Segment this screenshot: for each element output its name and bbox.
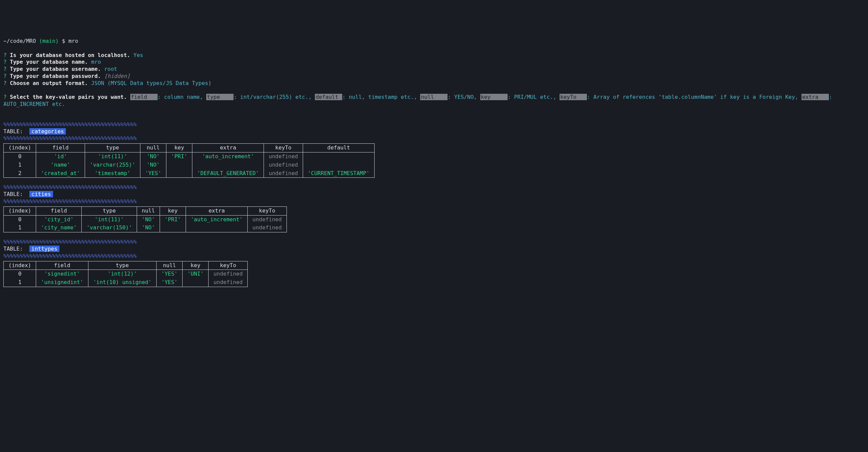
table-header-cell: default	[303, 144, 374, 152]
cli-prompts: ? Is your database hosted on localhost. …	[3, 52, 865, 87]
table-decor-line: %%%%%%%%%%%%%%%%%%%%%%%%%%%%%%%%%%%%%%%%…	[3, 135, 865, 142]
table-cell: undefined	[209, 278, 248, 287]
table-cell	[303, 152, 374, 161]
table-section: %%%%%%%%%%%%%%%%%%%%%%%%%%%%%%%%%%%%%%%%…	[3, 238, 865, 287]
table-cell: undefined	[209, 270, 248, 278]
prompt-line: ? Type your database name. mro	[3, 59, 865, 66]
prompt-marker: ?	[3, 94, 7, 100]
table-cell: undefined	[264, 169, 303, 178]
table-cell: 'UNI'	[183, 270, 209, 278]
prompt-answer: [hidden]	[104, 73, 130, 79]
table-cell: 'created_at'	[36, 169, 85, 178]
table-header-cell: field	[36, 206, 82, 215]
table-cell: 0	[4, 270, 36, 278]
table-cell: 'city_id'	[36, 215, 82, 224]
terminal-output: ~/code/MRO (main) $ mro ? Is your databa…	[3, 31, 865, 295]
kv-pair-key: null	[420, 94, 447, 100]
table-decor-line: %%%%%%%%%%%%%%%%%%%%%%%%%%%%%%%%%%%%%%%%…	[3, 238, 865, 246]
table-cell: 'NO'	[137, 215, 160, 224]
prompt-line: ? Choose an output format. JSON (MYSQL D…	[3, 80, 865, 87]
prompt-answer: Yes	[133, 52, 143, 58]
table-cell: 'int(11)'	[82, 215, 137, 224]
table-cell: 'PRI'	[160, 215, 186, 224]
table-cell: 'city_name'	[36, 224, 82, 232]
table-label: TABLE:	[3, 128, 29, 135]
table-decor-line: %%%%%%%%%%%%%%%%%%%%%%%%%%%%%%%%%%%%%%%%…	[3, 198, 865, 205]
tables-output: %%%%%%%%%%%%%%%%%%%%%%%%%%%%%%%%%%%%%%%%…	[3, 121, 865, 287]
kv-pair-key: keyTo	[560, 94, 587, 100]
table-header-cell: field	[36, 261, 88, 270]
table-cell: 'varchar(150)'	[82, 224, 137, 232]
table-header-cell: (index)	[4, 261, 36, 270]
table-header-cell: key	[183, 261, 209, 270]
table-cell: 'int(10) unsigned'	[88, 278, 156, 287]
table-name: categories	[29, 128, 66, 135]
prompt-line: ? Type your database password. [hidden]	[3, 73, 865, 80]
prompt-marker: ?	[3, 52, 7, 58]
table-cell	[166, 169, 192, 178]
table-header-cell: key	[166, 144, 192, 152]
table-cell: 'NO'	[137, 224, 160, 232]
table-section: %%%%%%%%%%%%%%%%%%%%%%%%%%%%%%%%%%%%%%%%…	[3, 184, 865, 232]
command: mro	[69, 38, 78, 44]
table-header-cell: type	[82, 206, 137, 215]
kv-pair-key: type	[206, 94, 234, 100]
table-header-row: (index)fieldtypenullkeyextrakeyTo	[4, 206, 287, 215]
table-cell: 'signedint'	[36, 270, 88, 278]
table-header-cell: (index)	[4, 206, 36, 215]
table-name: cities	[29, 191, 53, 197]
table-header-cell: field	[36, 144, 85, 152]
table-cell: 'PRI'	[166, 152, 192, 161]
prompt-label: Type your database password.	[10, 73, 101, 79]
table-cell: 1	[4, 161, 36, 169]
table-cell: 1	[4, 224, 36, 232]
table-decor-line: %%%%%%%%%%%%%%%%%%%%%%%%%%%%%%%%%%%%%%%%…	[3, 121, 865, 128]
table-cell: 0	[4, 152, 36, 161]
kv-pair-desc: : Array of references 'table.columnName'…	[587, 94, 798, 100]
prompt-marker: ?	[3, 66, 7, 72]
prompt-answer: mro	[91, 59, 101, 65]
table-cell: 'NO'	[140, 152, 166, 161]
kv-pair-desc: : null, timestamp etc.,	[342, 94, 417, 100]
table-header-row: (index)fieldtypenullkeykeyTo	[4, 261, 248, 270]
prompt-marker: ?	[3, 73, 7, 79]
git-branch: (main)	[39, 38, 59, 44]
table-decor-line: %%%%%%%%%%%%%%%%%%%%%%%%%%%%%%%%%%%%%%%%…	[3, 253, 865, 260]
prompt-marker: ?	[3, 80, 7, 86]
table-cell: 'YES'	[157, 270, 183, 278]
table-cell: 'name'	[36, 161, 85, 169]
kv-prompt-line: ? Select the key-value pairs you want. f…	[3, 94, 865, 108]
kv-pair-desc: : YES/NO,	[447, 94, 477, 100]
table-cell: 'int(12)'	[88, 270, 156, 278]
kv-pair-desc: : column name,	[158, 94, 203, 100]
table-cell: 'auto_increment'	[186, 215, 247, 224]
kv-pair-desc: : int/varchar(255) etc.,	[234, 94, 311, 100]
table-cell: 'id'	[36, 152, 85, 161]
table-header-cell: type	[85, 144, 140, 152]
table-row: 1'unsignedint''int(10) unsigned''YES'und…	[4, 278, 248, 287]
table-cell	[183, 278, 209, 287]
prompt-label: Is your database hosted on localhost.	[10, 52, 130, 58]
table-cell: 'YES'	[140, 169, 166, 178]
prompt-label: Type your database username.	[10, 66, 101, 72]
table-section: %%%%%%%%%%%%%%%%%%%%%%%%%%%%%%%%%%%%%%%%…	[3, 121, 865, 178]
table-header-cell: keyTo	[248, 206, 287, 215]
kv-pair-key: field	[130, 94, 158, 100]
schema-table: (index)fieldtypenullkeyextrakeyTodefault…	[3, 143, 375, 178]
table-header-cell: (index)	[4, 144, 36, 152]
prompt-line: ? Is your database hosted on localhost. …	[3, 52, 865, 59]
kv-pair-key: extra	[802, 94, 829, 100]
cwd-path: ~/code/MRO	[3, 38, 36, 44]
table-name-line: TABLE: categories	[3, 128, 865, 135]
prompt-line: ? Type your database username. root	[3, 66, 865, 73]
table-name: inttypes	[29, 246, 59, 252]
table-row: 0'id''int(11)''NO''PRI''auto_increment'u…	[4, 152, 375, 161]
table-cell: 2	[4, 169, 36, 178]
table-cell	[186, 224, 247, 232]
table-cell: undefined	[264, 152, 303, 161]
table-label: TABLE:	[3, 246, 29, 252]
table-cell	[303, 161, 374, 169]
table-header-row: (index)fieldtypenullkeyextrakeyTodefault	[4, 144, 375, 152]
table-header-cell: null	[137, 206, 160, 215]
table-cell: 'YES'	[157, 278, 183, 287]
